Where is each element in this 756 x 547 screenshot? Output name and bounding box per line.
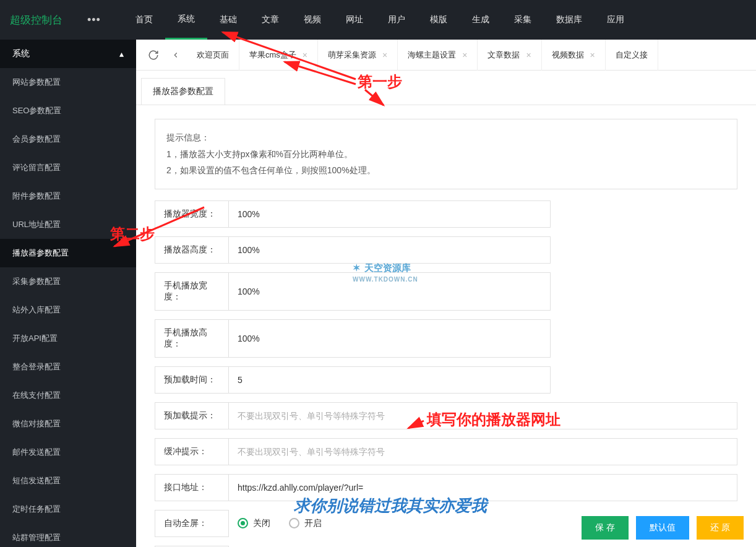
radio-checked-icon [238, 518, 248, 528]
tab-label: 苹果cms盒子 [249, 50, 296, 61]
sidebar-item-1[interactable]: SEO参数配置 [0, 97, 136, 125]
info-box: 提示信息： 1，播放器大小支持px像素和%百分比两种单位。 2，如果设置的值不包… [155, 119, 737, 189]
sidebar-item-3[interactable]: 评论留言配置 [0, 153, 136, 182]
topnav-item-8[interactable]: 生成 [460, 0, 502, 40]
sidebar-title-label: 系统 [12, 48, 30, 59]
label-mheight: 手机播放高度： [155, 319, 229, 358]
sidebar-item-13[interactable]: 邮件发送配置 [0, 438, 136, 467]
radio-label-on: 开启 [304, 518, 322, 529]
tab-label: 文章数据 [488, 50, 520, 61]
label-buffer: 缓冲提示： [155, 438, 229, 465]
sidebar-item-4[interactable]: 附件参数配置 [0, 182, 136, 210]
sidebar: 系统 ▴ 网站参数配置SEO参数配置会员参数配置评论留言配置附件参数配置URL地… [0, 40, 136, 547]
label-preload: 预加载时间： [155, 366, 229, 394]
topnav-item-0[interactable]: 首页 [123, 0, 165, 40]
sidebar-item-2[interactable]: 会员参数配置 [0, 125, 136, 153]
tab-label: 海螺主题设置 [408, 50, 456, 61]
close-icon[interactable]: × [382, 50, 387, 60]
save-button[interactable]: 保 存 [582, 516, 629, 540]
restore-button[interactable]: 还 原 [697, 516, 744, 540]
tab-0[interactable]: 欢迎页面 [187, 40, 239, 71]
sidebar-title[interactable]: 系统 ▴ [0, 40, 136, 68]
sidebar-item-0[interactable]: 网站参数配置 [0, 68, 136, 97]
sidebar-item-8[interactable]: 站外入库配置 [0, 296, 136, 324]
more-icon[interactable]: ••• [87, 14, 101, 27]
tab-6[interactable]: 自定义接 [606, 40, 658, 71]
close-icon[interactable]: × [462, 50, 467, 60]
input-mheight[interactable] [229, 319, 551, 358]
tab-1[interactable]: 苹果cms盒子× [239, 40, 318, 71]
topnav-item-9[interactable]: 采集 [502, 0, 544, 40]
topnav-item-6[interactable]: 用户 [376, 0, 418, 40]
input-preload[interactable] [229, 366, 551, 394]
topnav-item-7[interactable]: 模版 [418, 0, 460, 40]
tab-label: 视频数据 [552, 50, 584, 61]
topnav-item-1[interactable]: 系统 [165, 0, 207, 40]
radio-label-off: 关闭 [253, 518, 270, 529]
tab-label: 欢迎页面 [197, 50, 229, 61]
default-button[interactable]: 默认值 [636, 516, 689, 540]
input-mwidth[interactable] [229, 272, 551, 311]
close-icon[interactable]: × [303, 50, 307, 60]
label-mwidth: 手机播放宽度： [155, 272, 229, 311]
tabs-row: 欢迎页面苹果cms盒子×萌芽采集资源×海螺主题设置×文章数据×视频数据×自定义接 [136, 40, 756, 71]
refresh-icon[interactable] [142, 44, 165, 66]
info-line1: 1，播放器大小支持px像素和%百分比两种单位。 [166, 146, 726, 163]
sidebar-item-11[interactable]: 在线支付配置 [0, 381, 136, 410]
tab-5[interactable]: 视频数据× [542, 40, 606, 71]
tab-label: 萌芽采集资源 [328, 50, 376, 61]
sidebar-item-16[interactable]: 站群管理配置 [0, 523, 136, 547]
label-width: 播放器宽度： [155, 200, 229, 228]
input-buffer[interactable] [229, 438, 737, 465]
sidebar-item-15[interactable]: 定时任务配置 [0, 495, 136, 523]
top-navbar: 超级控制台 ••• 首页系统基础文章视频网址用户模版生成采集数据库应用 [0, 0, 756, 40]
sidebar-item-10[interactable]: 整合登录配置 [0, 353, 136, 381]
label-height: 播放器高度： [155, 236, 229, 264]
brand-logo: 超级控制台 [10, 13, 62, 27]
input-pretip[interactable] [229, 402, 737, 429]
content-area: 欢迎页面苹果cms盒子×萌芽采集资源×海螺主题设置×文章数据×视频数据×自定义接… [136, 40, 756, 547]
tab-2[interactable]: 萌芽采集资源× [318, 40, 398, 71]
topnav-item-4[interactable]: 视频 [291, 0, 333, 40]
tab-4[interactable]: 文章数据× [478, 40, 541, 71]
page-title-row: 播放器参数配置 [136, 71, 756, 105]
input-width[interactable] [229, 200, 551, 228]
sidebar-item-12[interactable]: 微信对接配置 [0, 410, 136, 438]
info-line2: 2，如果设置的值不包含任何单位，则按照100%处理。 [166, 162, 726, 179]
label-api: 接口地址： [155, 474, 229, 501]
radio-autofull-on[interactable]: 开启 [289, 518, 322, 529]
topnav-item-3[interactable]: 文章 [249, 0, 291, 40]
chevron-up-icon: ▴ [119, 49, 124, 59]
back-icon[interactable] [165, 44, 187, 66]
topnav-item-11[interactable]: 应用 [595, 0, 637, 40]
sidebar-item-14[interactable]: 短信发送配置 [0, 467, 136, 495]
radio-autofull-off[interactable]: 关闭 [238, 518, 270, 529]
sidebar-item-5[interactable]: URL地址配置 [0, 210, 136, 239]
sidebar-item-9[interactable]: 开放API配置 [0, 324, 136, 353]
topnav-item-10[interactable]: 数据库 [544, 0, 595, 40]
info-title: 提示信息： [166, 129, 726, 146]
input-height[interactable] [229, 236, 551, 264]
page-title: 播放器参数配置 [141, 78, 225, 105]
radio-unchecked-icon [289, 518, 299, 528]
form: 播放器宽度： 播放器高度： 手机播放宽度： 手机播放高度： 预加载时间： 预加载… [136, 200, 756, 547]
tab-label: 自定义接 [616, 50, 648, 61]
label-autofull: 自动全屏： [155, 510, 229, 537]
sidebar-item-7[interactable]: 采集参数配置 [0, 267, 136, 296]
close-icon[interactable]: × [590, 50, 595, 60]
button-row: 保 存 默认值 还 原 [582, 516, 744, 540]
topnav-item-2[interactable]: 基础 [207, 0, 249, 40]
close-icon[interactable]: × [526, 50, 531, 60]
topnav-item-5[interactable]: 网址 [333, 0, 376, 40]
tab-3[interactable]: 海螺主题设置× [398, 40, 478, 71]
label-pretip: 预加载提示： [155, 402, 229, 429]
sidebar-item-6[interactable]: 播放器参数配置 [0, 239, 136, 267]
input-api[interactable] [229, 474, 737, 501]
